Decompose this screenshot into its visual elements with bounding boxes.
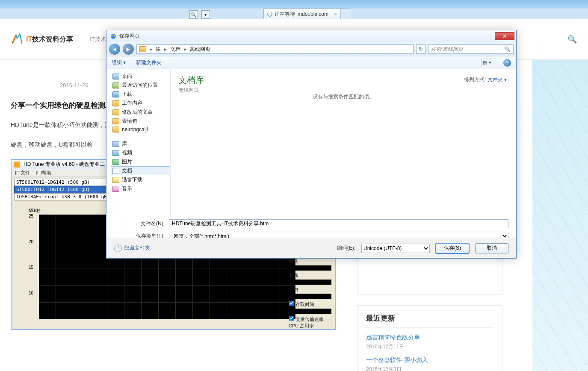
filename-row: 文件名(N): <box>131 219 508 228</box>
sort-label: 排列方式: <box>464 77 486 82</box>
hdtune-menu-help[interactable]: [H]帮助 <box>36 170 51 176</box>
crumb-root[interactable]: 库 <box>156 46 161 53</box>
tree-libraries[interactable]: 库 <box>111 139 170 148</box>
tree-emoji[interactable]: 表情包 <box>111 117 170 126</box>
opt-max: 最高 <box>289 272 331 279</box>
hdtune-app-icon <box>14 162 20 168</box>
recent-link[interactable]: 迅雷精简绿色版分享 <box>366 334 493 342</box>
dialog-toolbar: 组织 ▾ 新建文件夹 ▤ ▾ ? <box>106 56 516 69</box>
search-icon[interactable]: 🔍 <box>567 34 577 44</box>
pane-heading: 文档库 <box>178 74 508 86</box>
tree-desktop[interactable]: 桌面 <box>111 72 170 81</box>
tab-close-icon[interactable]: × <box>334 11 337 17</box>
y-tick: 25 <box>29 214 33 218</box>
value-bar <box>289 280 331 285</box>
tree-modified[interactable]: 修改后的文章 <box>111 108 170 117</box>
pane-sort: 排列方式: 文件夹 ▾ <box>464 76 507 83</box>
document-icon <box>112 168 119 174</box>
pane-empty-message: 没有与搜索条件匹配的项。 <box>171 93 516 100</box>
chevron-up-icon: ˄ <box>114 244 122 252</box>
help-icon[interactable]: ? <box>503 59 511 67</box>
tree-work[interactable]: 工作内容 <box>111 99 170 108</box>
download-icon <box>112 91 119 97</box>
value-bar <box>289 294 331 299</box>
picture-icon <box>112 159 119 165</box>
organize-button[interactable]: 组织 ▾ <box>112 59 126 66</box>
dialog-fields: 文件名(N): 保存类型(T): 网页，全部(*.htm;*.html) <box>106 217 516 241</box>
new-folder-button[interactable]: 新建文件夹 <box>136 59 162 66</box>
value-bar <box>289 265 331 271</box>
tree-downloads[interactable]: 下载 <box>111 90 170 99</box>
dialog-titlebar[interactable]: 保存网页 ✕ <box>106 30 516 42</box>
save-button[interactable]: 保存(S) <box>436 243 469 253</box>
hide-folders-toggle[interactable]: ˄ 隐藏文件夹 <box>114 244 150 252</box>
music-icon <box>112 186 119 192</box>
logo-it-text: IT <box>26 35 32 43</box>
search-control[interactable]: 🔍 <box>189 10 198 19</box>
y-tick: 20 <box>29 239 33 244</box>
tree-thunder[interactable]: 迅雷下载 <box>111 175 170 184</box>
nav-tree[interactable]: 桌面 最近访问的位置 下载 工作内容 修改后的文章 表情包 neirongcai… <box>106 69 171 217</box>
crumb-leaf[interactable]: 离线网页 <box>190 46 210 53</box>
desktop-icon <box>112 74 119 80</box>
folder-icon <box>112 109 119 115</box>
site-logo[interactable]: IT技术资料分享 <box>11 33 73 46</box>
nav-forward-button[interactable]: ► <box>123 44 134 55</box>
y-tick: 15 <box>29 265 33 270</box>
filename-input[interactable] <box>169 219 508 228</box>
recent-date: 2016年12月8日 <box>366 366 493 371</box>
y-axis-unit-left: MB/秒 <box>29 208 41 214</box>
crumb-mid[interactable]: 文档 <box>170 46 180 53</box>
sidebar-recent: 最近更新 迅雷精简绿色版分享 2016年12月11日 一个整蛊软件-胆小勿入 2… <box>357 305 502 371</box>
tab-title: 正在等待 lmdouble.com <box>275 11 328 18</box>
cancel-button[interactable]: 取消 <box>475 243 508 253</box>
hdtune-menu-file[interactable]: [F]文件 <box>15 170 30 176</box>
search-icon[interactable]: 🔍 <box>504 46 511 52</box>
library-icon <box>112 141 119 147</box>
tree-video[interactable]: 视频 <box>111 148 170 157</box>
sidebar-heading: 最近更新 <box>366 313 493 328</box>
tree-recent[interactable]: 最近访问的位置 <box>111 81 170 90</box>
tree-documents[interactable]: 文档 <box>111 166 170 175</box>
opt-avg: 平均 <box>289 286 331 293</box>
sort-value[interactable]: 文件夹 ▾ <box>488 77 507 82</box>
tree-neirong[interactable]: neirongcaiji <box>111 126 170 133</box>
dialog-search-field[interactable]: 搜索 离线网页 🔍 <box>428 44 514 54</box>
value-bar <box>289 309 331 314</box>
browser-chrome: 🔍 ▾ 正在等待 lmdouble.com × <box>0 0 588 19</box>
tab-strip: 正在等待 lmdouble.com × <box>263 9 350 19</box>
tree-pictures[interactable]: 图片 <box>111 157 170 166</box>
save-as-dialog: 保存网页 ✕ ◄ ► ▸ 库 ▸ 文档 ▸ 离线网页 ↻ 搜索 离线网页 🔍 组… <box>106 30 517 259</box>
window-titlebar-blur <box>0 0 588 9</box>
dialog-title: 保存网页 <box>119 32 140 40</box>
recent-link[interactable]: 一个整蛊软件-胆小勿入 <box>366 356 493 364</box>
background-decoration <box>532 60 588 371</box>
file-pane[interactable]: 文档库 离线网页 排列方式: 文件夹 ▾ 没有与搜索条件匹配的项。 <box>171 69 516 217</box>
video-icon <box>112 150 119 156</box>
breadcrumb[interactable]: ▸ 库 ▸ 文档 ▸ 离线网页 <box>136 44 414 54</box>
dialog-nav-row: ◄ ► ▸ 库 ▸ 文档 ▸ 离线网页 ↻ 搜索 离线网页 🔍 <box>106 42 516 56</box>
dialog-body: 桌面 最近访问的位置 下载 工作内容 修改后的文章 表情包 neirongcai… <box>106 69 516 217</box>
ie-icon <box>110 33 117 40</box>
folder-icon <box>112 100 119 106</box>
opt-access[interactable]: 存取时间 <box>289 300 331 308</box>
view-mode-button[interactable]: ▤ ▾ <box>481 59 493 67</box>
address-bar-area: 🔍 ▾ <box>186 9 210 20</box>
tree-music[interactable]: 音乐 <box>111 184 170 193</box>
opt-burst[interactable]: 突发传输速率 <box>289 315 331 323</box>
refresh-button[interactable]: ↻ <box>416 44 425 54</box>
logo-icon <box>11 33 24 46</box>
browser-tab[interactable]: 正在等待 lmdouble.com × <box>263 9 341 19</box>
dialog-footer: ˄ 隐藏文件夹 编码(E): Unicode (UTF-8) 保存(S) 取消 <box>106 238 516 258</box>
recent-icon <box>112 82 119 88</box>
encoding-select[interactable]: Unicode (UTF-8) <box>361 244 430 253</box>
y-tick: 10 <box>29 291 33 295</box>
dialog-close-button[interactable]: ✕ <box>495 32 514 40</box>
folder-icon <box>139 46 146 52</box>
search-dropdown[interactable]: ▾ <box>201 10 210 19</box>
logo-rest-text: 技术资料分享 <box>32 35 73 43</box>
nav-back-button[interactable]: ◄ <box>109 44 120 55</box>
encoding-label: 编码(E): <box>337 244 355 252</box>
thunder-icon <box>112 177 119 183</box>
new-tab-button[interactable] <box>341 9 350 19</box>
